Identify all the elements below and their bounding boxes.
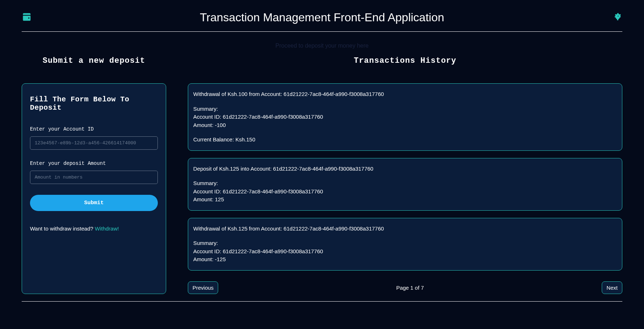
- piggy-bank-icon: [612, 12, 622, 23]
- transaction-account-line: Account ID: 61d21222-7ac8-464f-a990-f300…: [193, 247, 617, 256]
- withdraw-link[interactable]: Withdraw!: [95, 225, 119, 232]
- app-header: Transaction Management Front-End Applica…: [22, 11, 622, 32]
- transaction-amount-line: Amount: -100: [193, 121, 617, 130]
- amount-label: Enter your deposit Amount: [30, 161, 158, 166]
- pagination-bar: Previous Page 1 of 7 Next: [188, 281, 622, 294]
- transaction-amount-line: Amount: 125: [193, 196, 617, 204]
- history-panel: Withdrawal of Ksh.100 from Account: 61d2…: [188, 83, 622, 294]
- transaction-headline: Withdrawal of Ksh.125 from Account: 61d2…: [193, 225, 617, 233]
- submit-button[interactable]: Submit: [30, 195, 158, 211]
- main-content: Fill The Form Below To Deposit Enter you…: [22, 83, 622, 294]
- transaction-account-line: Account ID: 61d21222-7ac8-464f-a990-f300…: [193, 113, 617, 121]
- withdraw-prompt-text: Want to withdraw instead?: [30, 225, 95, 232]
- withdraw-prompt: Want to withdraw instead? Withdraw!: [30, 225, 158, 232]
- footer-divider: [22, 301, 622, 302]
- deposit-section-title: Submit a new deposit: [22, 56, 166, 65]
- transaction-card: Withdrawal of Ksh.125 from Account: 61d2…: [188, 218, 622, 271]
- account-id-input[interactable]: [30, 136, 158, 150]
- history-section-title: Transactions History: [188, 56, 622, 65]
- transaction-headline: Withdrawal of Ksh.100 from Account: 61d2…: [193, 90, 617, 98]
- transaction-card: Deposit of Ksh.125 into Account: 61d2122…: [188, 158, 622, 211]
- transaction-headline: Deposit of Ksh.125 into Account: 61d2122…: [193, 165, 617, 173]
- deposit-form-panel: Fill The Form Below To Deposit Enter you…: [22, 83, 166, 294]
- page-title: Transaction Management Front-End Applica…: [32, 11, 612, 24]
- transaction-account-line: Account ID: 61d21222-7ac8-464f-a990-f300…: [193, 188, 617, 196]
- transaction-summary-label: Summary:: [193, 239, 617, 247]
- transaction-summary-label: Summary:: [193, 105, 617, 113]
- transaction-card: Withdrawal of Ksh.100 from Account: 61d2…: [188, 83, 622, 151]
- form-title: Fill The Form Below To Deposit: [30, 95, 158, 112]
- amount-input[interactable]: [30, 171, 158, 184]
- subtitle-text: Proceed to deposit your money here: [22, 43, 622, 49]
- transaction-amount-line: Amount: -125: [193, 255, 617, 264]
- transaction-balance-line: Current Balance: Ksh.150: [193, 136, 617, 144]
- next-button[interactable]: Next: [602, 281, 622, 294]
- account-id-label: Enter your Account ID: [30, 126, 158, 132]
- transaction-summary-label: Summary:: [193, 179, 617, 188]
- previous-button[interactable]: Previous: [188, 281, 218, 294]
- section-headers-row: Submit a new deposit Transactions Histor…: [22, 56, 622, 65]
- page-info: Page 1 of 7: [396, 285, 424, 291]
- wallet-icon: [22, 12, 32, 23]
